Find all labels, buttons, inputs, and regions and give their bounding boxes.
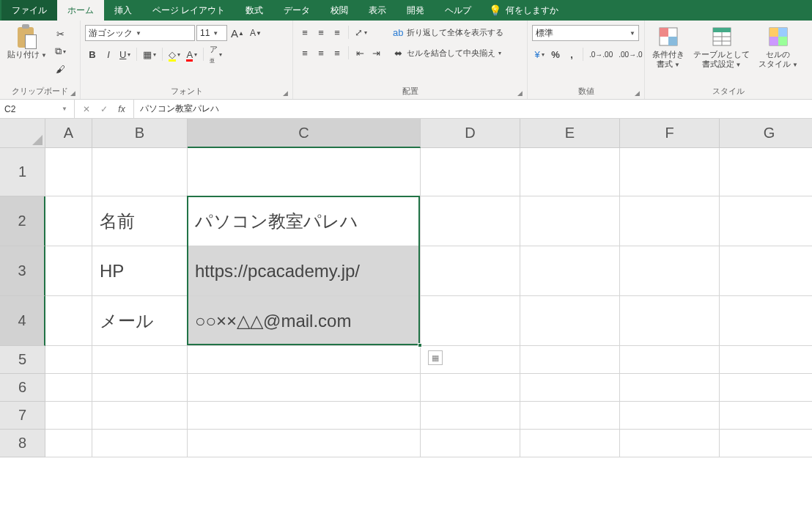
cell-F4[interactable] [620, 296, 720, 346]
font-size-combo[interactable]: 11▼ [196, 25, 227, 41]
conditional-formatting-button[interactable]: 条件付き 書式▼ [649, 23, 687, 70]
tab-review[interactable]: 校閲 [320, 0, 358, 21]
name-box-input[interactable] [0, 104, 59, 114]
cell-G8[interactable] [720, 430, 812, 457]
row-header-1[interactable]: 1 [0, 148, 45, 196]
align-center-button[interactable]: ≡ [314, 45, 328, 60]
currency-button[interactable]: ¥▾ [532, 47, 547, 62]
cell-D1[interactable] [421, 148, 520, 196]
font-launcher[interactable]: ◢ [283, 89, 288, 97]
decrease-decimal-button[interactable]: .00→.0 [616, 47, 644, 62]
cell-F5[interactable] [620, 346, 720, 374]
name-box[interactable]: ▼ [0, 100, 75, 118]
cell-C6[interactable] [188, 374, 421, 402]
merge-center-button[interactable]: ⬌ セルを結合して中央揃え▾ [391, 45, 503, 60]
cell-F3[interactable] [620, 246, 720, 296]
cell-E7[interactable] [520, 402, 620, 430]
cell-F6[interactable] [620, 374, 720, 402]
cell-styles-button[interactable]: セルの スタイル▼ [756, 23, 801, 70]
col-header-A[interactable]: A [45, 119, 92, 148]
cell-A3[interactable] [45, 246, 92, 296]
comma-button[interactable]: , [564, 47, 579, 62]
cell-B8[interactable] [92, 430, 188, 457]
cell-B2[interactable]: 名前 [92, 196, 188, 246]
cell-C3[interactable]: https://pcacademy.jp/ [188, 246, 421, 296]
col-header-D[interactable]: D [421, 119, 520, 148]
cell-D7[interactable] [421, 402, 520, 430]
cell-G2[interactable] [720, 196, 812, 246]
shrink-font-button[interactable]: A▼ [248, 26, 264, 40]
decrease-indent-button[interactable]: ⇤ [353, 45, 367, 60]
align-bottom-button[interactable]: ≡ [330, 25, 344, 40]
cell-A7[interactable] [45, 402, 92, 430]
accept-formula-button[interactable]: ✓ [95, 104, 113, 114]
cell-B5[interactable] [92, 346, 188, 374]
row-header-8[interactable]: 8 [0, 430, 45, 457]
cell-G3[interactable] [720, 246, 812, 296]
formula-input[interactable] [134, 100, 812, 118]
underline-button[interactable]: U▾ [117, 47, 133, 62]
cell-G5[interactable] [720, 346, 812, 374]
fill-handle[interactable] [418, 343, 422, 347]
cell-F2[interactable] [620, 196, 720, 246]
clipboard-launcher[interactable]: ◢ [70, 89, 75, 97]
format-painter-button[interactable]: 🖌 [53, 62, 68, 76]
cell-G7[interactable] [720, 402, 812, 430]
col-header-G[interactable]: G [720, 119, 812, 148]
fx-button[interactable]: fx [113, 104, 130, 114]
row-header-6[interactable]: 6 [0, 374, 45, 402]
cell-B4[interactable]: メール [92, 296, 188, 346]
wrap-text-button[interactable]: ab 折り返して全体を表示する [391, 25, 503, 40]
tab-help[interactable]: ヘルプ [435, 0, 481, 21]
align-left-button[interactable]: ≡ [298, 45, 312, 60]
select-all-corner[interactable] [0, 119, 45, 148]
cell-G4[interactable] [720, 296, 812, 346]
tab-view[interactable]: 表示 [358, 0, 396, 21]
cell-A1[interactable] [45, 148, 92, 196]
tab-home[interactable]: ホーム [57, 0, 104, 21]
row-header-4[interactable]: 4 [0, 296, 45, 346]
row-header-7[interactable]: 7 [0, 402, 45, 430]
bold-button[interactable]: B [85, 47, 100, 62]
cell-D2[interactable] [421, 196, 520, 246]
cell-E2[interactable] [520, 196, 620, 246]
cell-C5[interactable] [188, 346, 421, 374]
cell-F8[interactable] [620, 430, 720, 457]
cell-A5[interactable] [45, 346, 92, 374]
cell-C1[interactable] [188, 148, 421, 196]
row-header-2[interactable]: 2 [0, 196, 45, 246]
cell-B3[interactable]: HP [92, 246, 188, 296]
align-top-button[interactable]: ≡ [298, 25, 312, 40]
cell-F7[interactable] [620, 402, 720, 430]
col-header-C[interactable]: C [188, 119, 421, 148]
cell-D4[interactable] [421, 296, 520, 346]
cell-D3[interactable] [421, 246, 520, 296]
tab-page-layout[interactable]: ページ レイアウト [142, 0, 235, 21]
align-middle-button[interactable]: ≡ [314, 25, 328, 40]
tab-formulas[interactable]: 数式 [235, 0, 273, 21]
tab-file[interactable]: ファイル [1, 0, 57, 21]
tab-data[interactable]: データ [273, 0, 320, 21]
grow-font-button[interactable]: A▲ [229, 26, 246, 40]
align-right-button[interactable]: ≡ [330, 45, 344, 60]
quick-analysis-button[interactable]: ▦ [428, 350, 443, 365]
cell-G1[interactable] [720, 148, 812, 196]
cell-E6[interactable] [520, 374, 620, 402]
name-box-dropdown[interactable]: ▼ [59, 106, 70, 112]
cell-D6[interactable] [421, 374, 520, 402]
cell-A2[interactable] [45, 196, 92, 246]
paste-button[interactable]: 貼り付け▼ [4, 23, 50, 61]
col-header-F[interactable]: F [620, 119, 720, 148]
cell-E5[interactable] [520, 346, 620, 374]
cell-C7[interactable] [188, 402, 421, 430]
cell-B6[interactable] [92, 374, 188, 402]
tab-insert[interactable]: 挿入 [104, 0, 142, 21]
cancel-formula-button[interactable]: ✕ [78, 104, 95, 114]
tab-developer[interactable]: 開発 [396, 0, 435, 21]
font-color-button[interactable]: A▾ [184, 47, 199, 62]
increase-decimal-button[interactable]: .0→.00 [587, 47, 615, 62]
font-name-combo[interactable]: 游ゴシック▼ [85, 25, 195, 41]
cell-C2[interactable]: パソコン教室パレハ [188, 196, 421, 246]
alignment-launcher[interactable]: ◢ [517, 89, 523, 97]
cell-A8[interactable] [45, 430, 92, 457]
